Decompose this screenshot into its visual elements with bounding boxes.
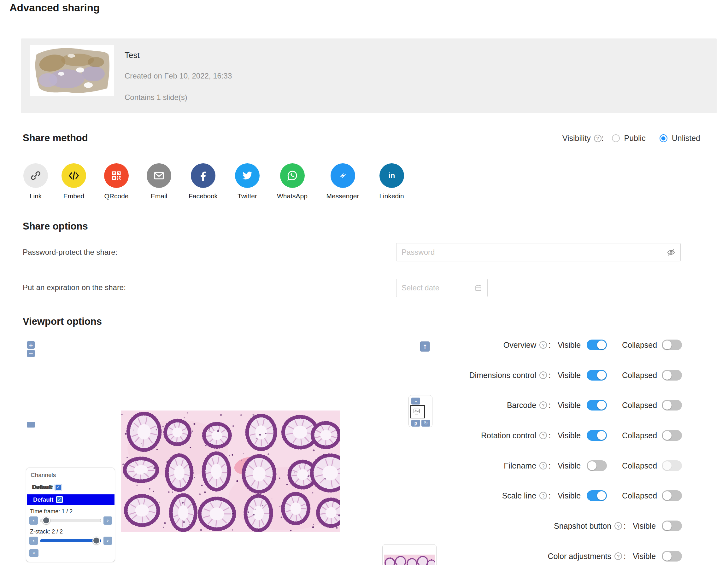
share-method-email[interactable]: Email: [143, 163, 175, 200]
collapsed-label-barcode: Collapsed: [622, 401, 658, 410]
help-icon-overview[interactable]: ?: [539, 341, 547, 349]
share-method-qrcode[interactable]: QRcode: [99, 163, 134, 200]
share-options-heading: Share options: [23, 221, 88, 232]
viewport-toggle-row-overview: Overview?:VisibleCollapsed: [442, 339, 682, 351]
twitter-icon[interactable]: [235, 163, 260, 188]
channels-collapse-button[interactable]: «: [29, 549, 38, 557]
barcode-panel: » p ↻: [408, 395, 432, 427]
share-method-label: WhatsApp: [277, 192, 308, 200]
collapsed-label-overview: Collapsed: [622, 340, 658, 350]
visible-label-dimensions-control: Visible: [558, 371, 583, 380]
radio-public-label[interactable]: Public: [624, 134, 646, 143]
toggle-colon: :: [549, 431, 551, 440]
visibility-colon: :: [602, 134, 604, 143]
whatsapp-icon[interactable]: [280, 163, 305, 188]
viewport-toggle-row-dimensions-control: Dimensions control?:VisibleCollapsed: [442, 369, 682, 381]
slide-preview-image[interactable]: [121, 410, 340, 532]
embed-icon[interactable]: [62, 163, 86, 188]
help-icon-scale-line[interactable]: ?: [539, 492, 547, 499]
help-icon-snapshot-button[interactable]: ?: [614, 522, 622, 530]
collapsed-toggle-dimensions-control[interactable]: [662, 370, 682, 380]
overview-minimap-panel[interactable]: [382, 544, 437, 565]
share-method-link[interactable]: Link: [23, 163, 49, 200]
z-stack-slider: ‹ ›: [29, 536, 112, 545]
visible-toggle-barcode[interactable]: [587, 400, 607, 410]
link-icon[interactable]: [23, 163, 48, 188]
toggle-colon: :: [549, 401, 551, 410]
expiration-date-input[interactable]: [402, 283, 474, 292]
zoom-in-button[interactable]: +: [27, 341, 35, 349]
share-method-label: Twitter: [238, 192, 257, 200]
radio-unlisted[interactable]: [660, 134, 667, 142]
barcode-image[interactable]: [410, 405, 425, 418]
z-stack-next-button[interactable]: ›: [103, 537, 112, 545]
channel-item-default-1[interactable]: Default Default ✓: [32, 484, 62, 491]
password-input[interactable]: [402, 248, 667, 257]
visible-toggle-snapshot-button[interactable]: [662, 521, 682, 531]
time-frame-prev-button[interactable]: ‹: [29, 516, 38, 525]
help-icon-rotation-control[interactable]: ?: [539, 432, 547, 439]
toggle-label-color-adjustments: Color adjustments: [442, 552, 611, 561]
barcode-rotate-button[interactable]: ↻: [421, 420, 430, 427]
z-stack-label: Z-stack: 2 / 2: [30, 528, 63, 535]
collapsed-toggle-filename[interactable]: [662, 460, 682, 471]
help-icon-color-adjustments[interactable]: ?: [614, 552, 622, 560]
date-field-wrap: [396, 279, 488, 297]
radio-public[interactable]: [612, 134, 620, 142]
visible-toggle-overview[interactable]: [587, 339, 607, 350]
share-method-list: LinkEmbedQRcodeEmailFacebookTwitterWhats…: [23, 163, 410, 200]
time-frame-track[interactable]: [40, 519, 101, 522]
help-icon-dimensions-control[interactable]: ?: [539, 371, 547, 379]
visible-toggle-color-adjustments[interactable]: [662, 551, 682, 562]
toggle-label-overview: Overview: [442, 340, 536, 350]
eye-invisible-icon[interactable]: [667, 248, 675, 257]
time-frame-next-button[interactable]: ›: [103, 516, 112, 525]
collapsed-toggle-rotation-control[interactable]: [662, 430, 682, 441]
visible-toggle-filename[interactable]: [587, 460, 607, 471]
help-icon-filename[interactable]: ?: [539, 462, 547, 469]
case-title: Test: [125, 50, 140, 60]
collapsed-toggle-scale-line[interactable]: [662, 490, 682, 501]
radio-unlisted-label[interactable]: Unlisted: [672, 134, 700, 143]
channel-1-checkbox[interactable]: ✓: [55, 484, 62, 491]
facebook-icon[interactable]: [191, 163, 215, 188]
qrcode-icon[interactable]: [104, 163, 129, 188]
visibility-help-icon[interactable]: ?: [594, 135, 602, 142]
share-method-whatsapp[interactable]: WhatsApp: [273, 163, 312, 200]
barcode-expand-button[interactable]: »: [411, 397, 420, 404]
share-method-embed[interactable]: Embed: [58, 163, 90, 200]
z-stack-handle[interactable]: [92, 537, 100, 544]
share-method-facebook[interactable]: Facebook: [184, 163, 222, 200]
visible-toggle-scale-line[interactable]: [587, 490, 607, 501]
dimensions-expand-button[interactable]: ↑: [420, 341, 430, 351]
channel-2-checkbox[interactable]: ✓: [56, 496, 63, 503]
channel-item-default-2[interactable]: Default ✓: [27, 494, 114, 505]
z-stack-prev-button[interactable]: ‹: [29, 537, 38, 545]
toggle-label-snapshot-button: Snapshot button: [442, 521, 611, 531]
case-thumbnail-image: [30, 45, 114, 96]
collapsed-control-button[interactable]: [27, 422, 35, 427]
collapsed-toggle-overview[interactable]: [662, 339, 682, 350]
visible-toggle-dimensions-control[interactable]: [587, 370, 607, 380]
toggle-colon: :: [624, 552, 626, 561]
messenger-icon[interactable]: [331, 163, 355, 188]
barcode-zoom-button[interactable]: p: [411, 420, 420, 427]
collapsed-toggle-barcode[interactable]: [662, 400, 682, 410]
help-icon-barcode[interactable]: ?: [539, 401, 547, 409]
password-protect-label: Password-protect the share:: [23, 248, 117, 257]
visibility-group: Visibility ? : Public Unlisted: [562, 134, 700, 143]
share-method-messenger[interactable]: Messenger: [321, 163, 364, 200]
linkedin-icon[interactable]: in: [379, 163, 404, 188]
visible-toggle-rotation-control[interactable]: [587, 430, 607, 441]
case-created-date: Created on Feb 10, 2022, 16:33: [125, 72, 232, 80]
calendar-icon[interactable]: [474, 284, 482, 292]
share-method-linkedin[interactable]: inLinkedin: [373, 163, 410, 200]
case-slide-count: Contains 1 slide(s): [125, 93, 187, 102]
z-stack-track[interactable]: [40, 539, 101, 542]
collapsed-label-rotation-control: Collapsed: [622, 431, 658, 440]
page-title: Advanced sharing: [9, 2, 100, 14]
time-frame-handle[interactable]: [42, 516, 50, 524]
email-icon[interactable]: [147, 163, 171, 188]
zoom-out-button[interactable]: −: [27, 350, 35, 357]
share-method-twitter[interactable]: Twitter: [232, 163, 263, 200]
